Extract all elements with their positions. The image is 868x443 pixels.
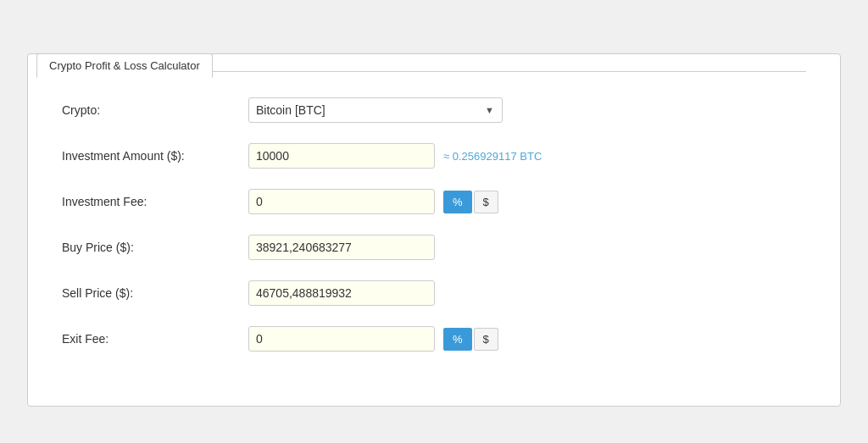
exit-fee-dollar-btn[interactable]: $ — [474, 328, 498, 351]
exit-fee-row: Exit Fee: % $ — [62, 326, 806, 352]
buy-price-label: Buy Price ($): — [62, 241, 248, 254]
buy-price-input-area — [248, 235, 435, 260]
investment-amount-input-area: ≈ 0.256929117 BTC — [248, 143, 542, 169]
sell-price-input-area — [248, 280, 435, 306]
calculator-container: Crypto Profit & Loss Calculator Crypto: … — [27, 53, 841, 407]
sell-price-row: Sell Price ($): — [62, 280, 806, 306]
exit-fee-label: Exit Fee: — [62, 332, 248, 346]
investment-amount-input[interactable] — [248, 143, 435, 169]
investment-fee-dollar-btn[interactable]: $ — [474, 191, 498, 213]
crypto-label: Crypto: — [62, 103, 248, 117]
investment-fee-percent-btn[interactable]: % — [443, 191, 472, 213]
crypto-select-wrapper[interactable]: Bitcoin [BTC] Ethereum [ETH] Litecoin [L… — [248, 97, 503, 123]
investment-amount-row: Investment Amount ($): ≈ 0.256929117 BTC — [62, 143, 806, 169]
form-area: Crypto: Bitcoin [BTC] Ethereum [ETH] Lit… — [62, 97, 806, 352]
sell-price-input[interactable] — [248, 280, 435, 306]
buy-price-row: Buy Price ($): — [62, 235, 806, 260]
exit-fee-input-area: % $ — [248, 326, 498, 352]
exit-fee-toggle: % $ — [443, 328, 498, 351]
investment-fee-row: Investment Fee: % $ — [62, 189, 806, 214]
crypto-input-area: Bitcoin [BTC] Ethereum [ETH] Litecoin [L… — [248, 97, 503, 123]
tab-title: Crypto Profit & Loss Calculator — [36, 53, 213, 78]
crypto-select[interactable]: Bitcoin [BTC] Ethereum [ETH] Litecoin [L… — [248, 97, 503, 123]
investment-fee-toggle: % $ — [443, 191, 498, 213]
btc-equivalent: ≈ 0.256929117 BTC — [443, 150, 542, 163]
exit-fee-percent-btn[interactable]: % — [443, 328, 472, 351]
investment-amount-label: Investment Amount ($): — [62, 149, 248, 163]
investment-fee-input-area: % $ — [248, 189, 498, 214]
sell-price-label: Sell Price ($): — [62, 286, 248, 300]
exit-fee-input[interactable] — [248, 326, 435, 352]
crypto-row: Crypto: Bitcoin [BTC] Ethereum [ETH] Lit… — [62, 97, 806, 123]
investment-fee-input[interactable] — [248, 189, 435, 214]
investment-fee-label: Investment Fee: — [62, 195, 248, 208]
buy-price-input[interactable] — [248, 235, 435, 260]
